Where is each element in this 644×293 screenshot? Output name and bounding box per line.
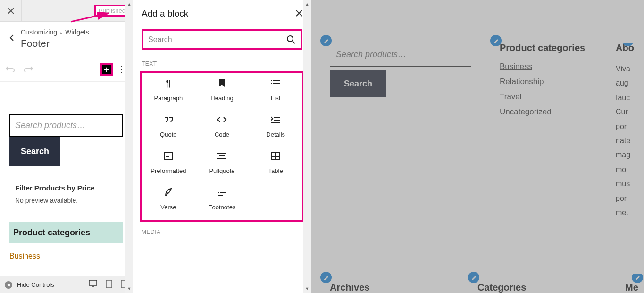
add-block-button[interactable]: ＋ — [100, 63, 113, 76]
collapse-icon[interactable]: ◄ — [5, 281, 12, 289]
scrollbar[interactable]: ▲▼ — [125, 0, 133, 293]
edit-badge-icon[interactable] — [468, 272, 479, 283]
live-preview[interactable]: Search Product categories Business Relat… — [311, 0, 644, 293]
block-preformatted[interactable]: Preformatted — [142, 150, 195, 174]
svg-rect-2 — [121, 280, 125, 288]
edit-badge-icon[interactable] — [320, 35, 332, 46]
preview-search-input[interactable] — [330, 43, 471, 67]
widget-heading: Product categories — [500, 43, 587, 53]
widget-heading: Me — [625, 282, 644, 293]
widget-heading: Archives — [330, 282, 449, 293]
edit-badge-icon[interactable] — [320, 272, 332, 283]
tablet-view-icon[interactable] — [106, 280, 112, 290]
desktop-view-icon[interactable] — [89, 280, 97, 290]
list-icon — [270, 78, 281, 89]
product-categories-heading[interactable]: Product categories — [9, 222, 123, 243]
widget-heading: Categories — [477, 282, 597, 293]
breadcrumb: Customizing▸Widgets — [21, 28, 125, 36]
block-footnotes[interactable]: Footnotes — [195, 187, 249, 211]
search-products-input[interactable] — [9, 114, 123, 137]
search-button[interactable]: Search — [9, 137, 60, 166]
redo-icon[interactable] — [24, 64, 33, 74]
group-media-label: MEDIA — [133, 222, 311, 239]
paragraph-icon: ¶ — [163, 78, 174, 89]
category-link[interactable]: Uncategorized — [500, 107, 587, 117]
svg-line-5 — [293, 41, 295, 43]
undo-icon[interactable] — [6, 64, 15, 74]
edit-badge-icon[interactable] — [490, 35, 502, 46]
block-search-input[interactable] — [148, 35, 286, 44]
edit-badge-icon[interactable] — [632, 274, 643, 283]
block-code[interactable]: Code — [195, 114, 249, 138]
back-button[interactable] — [3, 26, 21, 52]
scrollbar[interactable]: ▲▼ — [303, 0, 311, 293]
preformatted-icon — [163, 150, 174, 162]
section-title: Footer — [21, 38, 125, 49]
block-details[interactable]: Details — [249, 114, 302, 138]
category-link[interactable]: Business — [500, 62, 587, 71]
category-link[interactable]: Relationship — [500, 77, 587, 86]
svg-rect-6 — [164, 153, 173, 159]
details-icon — [270, 114, 281, 125]
svg-rect-1 — [106, 280, 112, 288]
close-inserter-button[interactable] — [296, 9, 302, 19]
block-heading[interactable]: Heading — [195, 78, 249, 102]
block-pullquote[interactable]: Pullquote — [195, 150, 249, 174]
block-table[interactable]: Table — [249, 150, 302, 174]
search-icon — [286, 35, 296, 44]
preview-search-button[interactable]: Search — [330, 70, 386, 97]
table-icon — [270, 150, 281, 162]
block-verse[interactable]: Verse — [142, 187, 195, 211]
block-paragraph[interactable]: ¶Paragraph — [142, 78, 195, 102]
feather-icon — [163, 187, 174, 198]
quote-icon — [163, 114, 174, 125]
svg-rect-0 — [89, 280, 97, 285]
close-customizer-button[interactable] — [0, 0, 22, 22]
hide-controls-label[interactable]: Hide Controls — [17, 281, 54, 288]
bookmark-icon — [216, 78, 227, 89]
group-text-label: TEXT — [133, 54, 311, 71]
filter-heading: Filter Products by Price — [15, 184, 117, 192]
category-link[interactable]: Travel — [500, 92, 587, 102]
inserter-title: Add a block — [142, 9, 188, 19]
widget-text: Viva aug fauc Cur por nate mag mo mus po… — [616, 62, 635, 220]
publish-button[interactable]: Published — [94, 5, 130, 17]
svg-point-4 — [287, 36, 293, 42]
code-icon — [216, 114, 227, 125]
block-grid: ¶Paragraph Heading List Quote Code Detai… — [142, 78, 302, 211]
block-list[interactable]: List — [249, 78, 302, 102]
category-link[interactable]: Business — [9, 252, 123, 260]
footnotes-icon — [216, 187, 227, 198]
pullquote-icon — [216, 150, 227, 162]
block-quote[interactable]: Quote — [142, 114, 195, 138]
filter-message: No preview available. — [15, 197, 117, 204]
